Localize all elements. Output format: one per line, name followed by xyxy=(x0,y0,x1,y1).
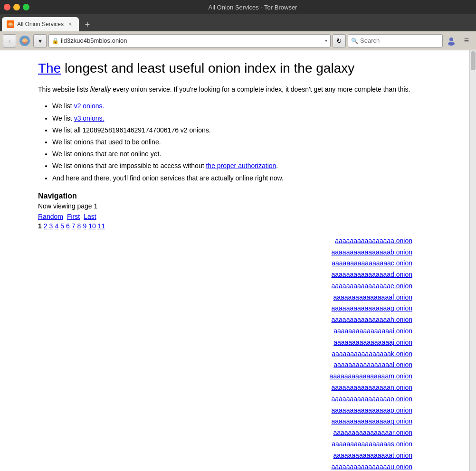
onion-link[interactable]: aaaaaaaaaaaaaaaar.onion xyxy=(333,427,412,439)
onion-link[interactable]: aaaaaaaaaaaaaaaau.onion xyxy=(331,462,412,471)
account-icon[interactable] xyxy=(445,34,458,47)
url-bar[interactable]: 🔒 ▾ xyxy=(48,34,331,47)
user-icon xyxy=(446,36,457,46)
navigation-bar: ‹ 🧅 ▾ 🔒 ▾ ↻ 🔍 ≡ xyxy=(0,31,476,50)
page-1-link[interactable]: 1 xyxy=(38,222,42,230)
page-title: The longest and least useful onion index… xyxy=(38,60,450,77)
onion-link[interactable]: aaaaaaaaaaaaaaaam.onion xyxy=(330,371,412,382)
onion-links-list: aaaaaaaaaaaaaaaa.onionaaaaaaaaaaaaaaaab.… xyxy=(38,236,450,471)
title-bar: All Onion Services - Tor Browser xyxy=(0,0,476,14)
onion-link[interactable]: aaaaaaaaaaaaaaaan.onion xyxy=(331,382,412,394)
onion-link[interactable]: aaaaaaaaaaaaaaaac.onion xyxy=(332,258,412,269)
random-link[interactable]: Random xyxy=(38,213,63,220)
onion-link[interactable]: aaaaaaaaaaaaaaaaq.onion xyxy=(331,416,412,427)
onion-link[interactable]: aaaaaaaaaaaaaaaah.onion xyxy=(331,314,412,326)
tab-favicon: 🧅 xyxy=(7,20,14,28)
features-list: We list v2 onions. We list v3 onions. We… xyxy=(52,100,450,184)
scrollbar-thumb[interactable] xyxy=(471,51,476,70)
list-item: We list onions that are impossible to ac… xyxy=(52,160,450,172)
list-item: We list all 12089258196146291747006176 v… xyxy=(52,124,450,136)
onion-security-indicator[interactable]: 🧅 xyxy=(18,34,31,47)
search-icon: 🔍 xyxy=(351,38,358,44)
intro-paragraph: This website lists literally every onion… xyxy=(38,85,450,94)
window-controls xyxy=(4,4,29,10)
page-7-link[interactable]: 7 xyxy=(72,222,76,230)
page-3-link[interactable]: 3 xyxy=(49,222,53,230)
svg-point-0 xyxy=(449,38,453,41)
back-button[interactable]: ‹ xyxy=(3,34,16,47)
search-input[interactable] xyxy=(360,37,436,44)
url-dropdown-icon[interactable]: ▾ xyxy=(325,38,327,43)
page-6-link[interactable]: 6 xyxy=(66,222,70,230)
tab-close-button[interactable]: × xyxy=(67,20,74,28)
new-tab-button[interactable]: + xyxy=(81,18,94,31)
onion-link[interactable]: aaaaaaaaaaaaaaaao.onion xyxy=(331,394,412,405)
browser-tab[interactable]: 🧅 All Onion Services × xyxy=(2,17,79,31)
search-bar[interactable]: 🔍 xyxy=(348,34,443,47)
menu-button[interactable]: ≡ xyxy=(460,34,473,47)
page-numbers: 1 2 3 4 5 6 7 8 9 10 11 xyxy=(38,222,450,230)
list-item: We list v2 onions. xyxy=(52,100,450,112)
page-5-link[interactable]: 5 xyxy=(60,222,64,230)
v3-onions-link[interactable]: v3 onions. xyxy=(74,114,105,122)
viewing-info: Now viewing page 1 xyxy=(38,202,450,210)
svg-point-1 xyxy=(448,42,455,46)
page-8-link[interactable]: 8 xyxy=(77,222,81,230)
page-10-link[interactable]: 10 xyxy=(88,222,96,230)
list-item: We list v3 onions. xyxy=(52,113,450,124)
page-content: The longest and least useful onion index… xyxy=(0,50,469,471)
navigation-heading: Navigation xyxy=(38,192,450,200)
url-input[interactable] xyxy=(61,37,323,44)
scrollbar[interactable] xyxy=(469,50,476,471)
nav-links: Random First Last xyxy=(38,213,450,220)
onion-link[interactable]: aaaaaaaaaaaaaaaag.onion xyxy=(331,303,412,314)
the-link[interactable]: The xyxy=(38,61,61,75)
list-item: And here and there, you'll find onion se… xyxy=(52,172,450,184)
reload-button[interactable]: ↻ xyxy=(333,34,346,47)
onion-icon: 🧅 xyxy=(19,36,30,46)
list-item: We list onions that used to be online. xyxy=(52,136,450,148)
onion-link[interactable]: aaaaaaaaaaaaaaaap.onion xyxy=(331,405,412,416)
page-2-link[interactable]: 2 xyxy=(44,222,48,230)
close-button[interactable] xyxy=(4,4,10,10)
onion-link[interactable]: aaaaaaaaaaaaaaaaj.onion xyxy=(333,337,412,349)
navigation-section: Navigation Now viewing page 1 Random Fir… xyxy=(38,192,450,230)
onion-link[interactable]: aaaaaaaaaaaaaaaat.onion xyxy=(333,450,412,462)
onion-link[interactable]: aaaaaaaaaaaaaaaas.onion xyxy=(332,439,412,450)
onion-link[interactable]: aaaaaaaaaaaaaaaa.onion xyxy=(335,236,412,247)
onion-dropdown-button[interactable]: ▾ xyxy=(33,34,47,47)
authorization-link[interactable]: the proper authorization xyxy=(206,162,276,170)
maximize-button[interactable] xyxy=(23,4,29,10)
onion-link[interactable]: aaaaaaaaaaaaaaaal.onion xyxy=(333,359,412,371)
last-link[interactable]: Last xyxy=(84,213,96,220)
onion-link[interactable]: aaaaaaaaaaaaaaaak.onion xyxy=(332,349,412,360)
list-item: We list onions that are not online yet. xyxy=(52,148,450,160)
onion-link[interactable]: aaaaaaaaaaaaaaaaf.onion xyxy=(333,292,412,303)
onion-link[interactable]: aaaaaaaaaaaaaaaad.onion xyxy=(331,269,412,281)
window-title: All Onion Services - Tor Browser xyxy=(33,4,472,11)
onion-link[interactable]: aaaaaaaaaaaaaaaab.onion xyxy=(331,247,412,258)
first-link[interactable]: First xyxy=(67,213,80,220)
italic-literally: literally xyxy=(90,85,111,93)
page-4-link[interactable]: 4 xyxy=(55,222,58,230)
tab-bar: 🧅 All Onion Services × + xyxy=(0,14,476,31)
page-11-link[interactable]: 11 xyxy=(98,222,105,230)
onion-link[interactable]: aaaaaaaaaaaaaaaai.onion xyxy=(333,326,412,337)
v2-onions-link[interactable]: v2 onions. xyxy=(74,102,105,110)
onion-link[interactable]: aaaaaaaaaaaaaaaae.onion xyxy=(331,281,412,292)
secure-lock-icon: 🔒 xyxy=(52,38,59,44)
browser-content-wrapper: The longest and least useful onion index… xyxy=(0,50,476,471)
tab-label: All Onion Services xyxy=(17,21,64,28)
minimize-button[interactable] xyxy=(13,4,20,10)
page-9-link[interactable]: 9 xyxy=(83,222,86,230)
